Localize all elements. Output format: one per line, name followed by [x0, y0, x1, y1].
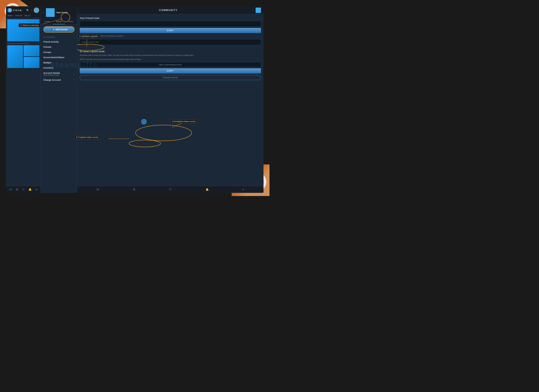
search-icon[interactable]: 🔍 — [26, 9, 29, 11]
my-content-section: MY CONTENT Friend Activity Friends Group… — [41, 34, 77, 83]
featured-item-1 — [24, 45, 39, 56]
quick-invite-description: Generate a link to share via email or SM… — [80, 54, 261, 57]
featured-item-2 — [24, 57, 39, 68]
steam-logo-text: STEAM — [13, 9, 22, 11]
tab-friends[interactable]: Friends — [53, 19, 65, 24]
community-bottom-tag-icon[interactable]: 🏷 — [96, 188, 99, 191]
bottom-list-icon[interactable]: ☰ — [16, 188, 18, 191]
friend-code-section: Your Friend Code COPY Enter your friend'… — [80, 17, 261, 47]
friend-code-display — [80, 21, 261, 27]
community-bottom-nav: 🏷 ☰ 🛡 🔔 ≡ — [77, 186, 264, 193]
bottom-bell-icon[interactable]: 🔔 — [29, 188, 32, 191]
community-header-right: ⋮ — [251, 8, 261, 13]
invite-link-display: https://s.team/p/ваша/ссылка — [80, 62, 261, 67]
community-bottom-menu-icon[interactable]: ≡ — [242, 188, 244, 191]
steam-logo-icon: S — [8, 8, 12, 12]
tab-games[interactable]: Games — [41, 19, 53, 24]
quick-invite-title: Or send a Quick Invite — [80, 50, 261, 53]
community-title: COMMUNITY — [159, 9, 178, 12]
add-friends-button[interactable]: 👤+ Add friends — [43, 26, 74, 33]
menu-inventory[interactable]: Inventory — [43, 65, 74, 71]
copy-friend-code-button[interactable]: COPY — [80, 28, 261, 33]
tab-wallet[interactable]: Wallet — [65, 19, 77, 24]
community-header: COMMUNITY ⋮ — [77, 6, 264, 14]
nav-wallet[interactable]: WALLET — [24, 15, 31, 17]
add-friends-icon: 👤+ — [50, 28, 54, 31]
community-bottom-bell-icon[interactable]: 🔔 — [206, 188, 209, 191]
steam-content-area: FEATURED & RECOMMENDED — [6, 18, 41, 186]
menu-friend-activity[interactable]: Friend Activity — [43, 39, 74, 44]
chevron-right-icon-2: › — [74, 79, 74, 81]
menu-change-account[interactable]: Change Account › — [43, 77, 74, 83]
dots-icon[interactable]: ⋮ — [30, 9, 33, 11]
menu-account-details[interactable]: Account Details Store, Security, Family … — [43, 71, 74, 77]
quick-invite-section: Or send a Quick Invite Generate a link t… — [80, 50, 261, 80]
back-arrow-icon[interactable]: ‹ — [43, 11, 44, 14]
bottom-tag-icon[interactable]: 🏷 — [10, 188, 12, 191]
profile-tabs: Games Friends Wallet — [41, 19, 77, 24]
steam-bottom-nav: 🏷 ☰ 🛡 🔔 ≡ — [6, 186, 41, 193]
steam-app-panel: S STEAM 🔍 ⋮ MENU ▾ WISHLIST WALLET — [6, 6, 41, 193]
enter-friend-code-input[interactable] — [80, 39, 261, 45]
featured-item-large — [7, 45, 23, 68]
account-details-sub: Store, Security, Family — [43, 74, 60, 76]
nav-wishlist[interactable]: WISHLIST — [15, 15, 22, 17]
community-panel: COMMUNITY ⋮ Your Friend Code COPY Enter … — [77, 6, 264, 193]
community-content: Your Friend Code COPY Enter your friend'… — [77, 14, 264, 186]
menu-screenshots[interactable]: Screenshots/Videos — [43, 55, 74, 60]
bottom-shield-icon[interactable]: 🛡 — [22, 188, 25, 191]
user-avatar[interactable] — [34, 8, 39, 13]
annotation-4-label: 4) Копируем новую ссылку — [170, 119, 197, 123]
profile-avatar — [46, 8, 55, 17]
steam-header-icons: 🔍 ⋮ — [26, 8, 39, 13]
annotation-3-label: 3) Создаем новую ссылку — [74, 135, 100, 139]
annotation-2-label: 2) «Добавить друзей» — [77, 34, 100, 38]
featured-label: FEATURED & RECOMMENDED — [7, 43, 39, 44]
my-content-label: MY CONTENT — [43, 36, 74, 38]
check-icon: ✓ — [141, 119, 147, 124]
add-friends-label: Add friends — [55, 28, 68, 31]
annotation-1-label: 1) Жмем на аватарку — [19, 23, 41, 27]
community-bottom-list-icon[interactable]: ☰ — [133, 188, 135, 191]
community-avatar — [256, 8, 261, 13]
generate-link-button[interactable]: Generate new link — [80, 75, 261, 80]
steam-logo-area: S STEAM — [8, 8, 22, 12]
profile-header: ‹ View Profile — [41, 6, 77, 19]
profile-panel: ‹ View Profile Games Friends Wallet 👤+ A… — [41, 6, 77, 193]
copy-invite-link-button[interactable]: COPY — [80, 68, 261, 73]
quick-invite-note: NOTE: Each link can only be used once an… — [80, 58, 261, 61]
community-dots-icon[interactable]: ⋮ — [251, 9, 254, 12]
nav-menu[interactable]: MENU ▾ — [8, 15, 13, 17]
steam-header: S STEAM 🔍 ⋮ — [6, 6, 41, 14]
featured-grid — [7, 45, 39, 68]
chevron-right-icon: › — [74, 73, 74, 75]
community-bottom-shield-icon[interactable]: 🛡 — [169, 188, 172, 191]
bottom-menu-icon[interactable]: ≡ — [36, 188, 37, 191]
steam-banner — [7, 19, 39, 41]
menu-groups[interactable]: Groups — [43, 50, 74, 55]
view-profile-button[interactable]: View Profile — [56, 11, 68, 14]
menu-friends[interactable]: Friends — [43, 44, 74, 50]
friend-code-description: Enter your friend's Friend Code to invit… — [80, 35, 261, 37]
steam-nav: MENU ▾ WISHLIST WALLET — [6, 14, 41, 18]
menu-badges[interactable]: Badges — [43, 60, 74, 65]
friend-code-title: Your Friend Code — [80, 17, 261, 19]
